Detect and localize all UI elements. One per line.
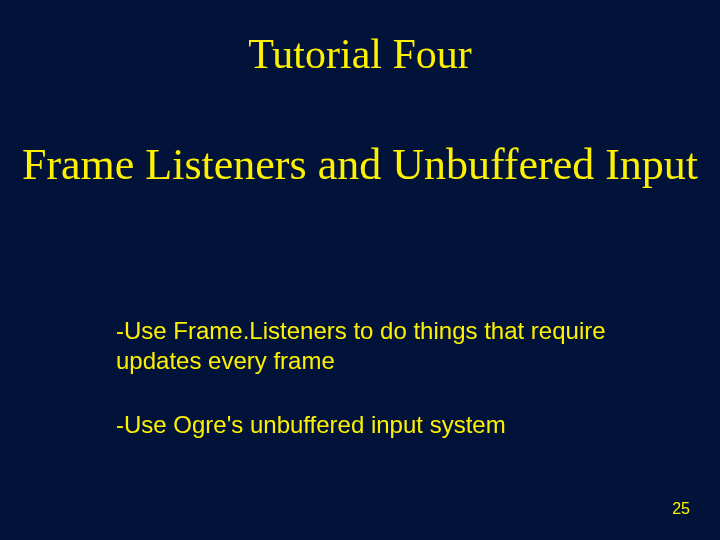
- bullet-item: -Use Ogre's unbuffered input system: [116, 410, 626, 440]
- slide-title: Tutorial Four: [0, 30, 720, 78]
- page-number: 25: [672, 500, 690, 518]
- slide: Tutorial Four Frame Listeners and Unbuff…: [0, 0, 720, 540]
- slide-subtitle: Frame Listeners and Unbuffered Input: [0, 140, 720, 191]
- bullet-list: -Use Frame.Listeners to do things that r…: [116, 316, 626, 474]
- bullet-item: -Use Frame.Listeners to do things that r…: [116, 316, 626, 376]
